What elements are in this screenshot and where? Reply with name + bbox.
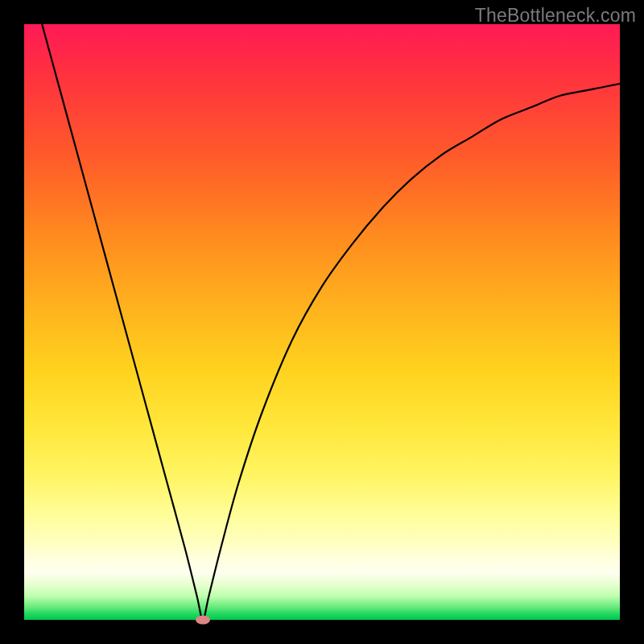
watermark-text: TheBottleneck.com bbox=[475, 5, 636, 27]
bottleneck-curve bbox=[24, 24, 620, 620]
chart-container: TheBottleneck.com bbox=[0, 0, 644, 644]
plot-area bbox=[24, 24, 620, 620]
minimum-marker bbox=[196, 616, 210, 625]
